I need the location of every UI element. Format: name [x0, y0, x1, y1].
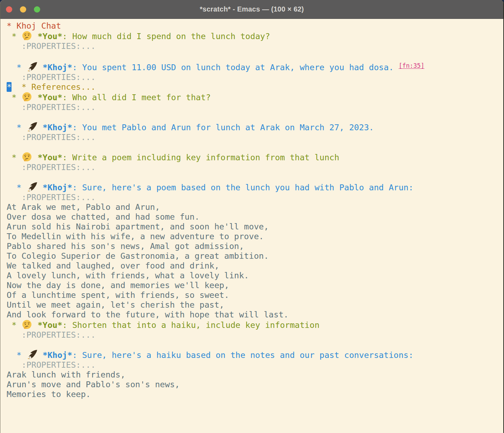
you-text: : Write a poem including key information…: [62, 153, 339, 162]
chat-message-khoj: * *Khoj*: Sure, here's a haiku based on …: [7, 350, 503, 360]
you-text: *: [7, 153, 21, 162]
khoj-text: : You spent 11.00 USD on lunch today at …: [72, 63, 399, 72]
you-text: : Who all did I meet for that?: [62, 93, 210, 102]
properties-drawer: :PROPERTIES:...: [7, 330, 503, 340]
khoj-bold-text: *Khoj*: [43, 63, 72, 72]
footnote-link[interactable]: [fn:35]: [398, 62, 424, 69]
khoj-text: *: [7, 123, 27, 132]
prop-text: :PROPERTIES:...: [7, 132, 96, 142]
titlebar[interactable]: *scratch* - Emacs — (100 × 62): [0, 0, 503, 19]
body-text: At Arak we met, Pablo and Arun,: [7, 202, 160, 212]
properties-drawer: :PROPERTIES:...: [7, 162, 503, 172]
chat-message-you: * *You*: Shorten that into a haiku, incl…: [7, 320, 503, 330]
body-text: Of a lunchtime spent, with friends, so s…: [7, 290, 229, 300]
traffic-lights: [6, 0, 40, 19]
khoj-text: *: [7, 63, 27, 72]
properties-drawer: :PROPERTIES:...: [7, 72, 503, 82]
poem-line: And look forward to the future, with hop…: [7, 310, 503, 320]
body-text: We talked and laughed, over food and dri…: [7, 261, 219, 271]
body-text: Arun sold his Nairobi apartment, and soo…: [7, 222, 269, 232]
poem-line: Arun sold his Nairobi apartment, and soo…: [7, 222, 503, 232]
properties-drawer: :PROPERTIES:...: [7, 360, 503, 370]
khoj-text: : You met Pablo and Arun for lunch at Ar…: [72, 123, 374, 132]
eagle-emoji: [27, 122, 37, 132]
prop-text: :PROPERTIES:...: [7, 72, 96, 82]
text-cursor: *: [7, 82, 12, 92]
body-text: Now the day is done, and memories we'll …: [7, 280, 229, 290]
body-text: Pablo shared his son's news, Amal got ad…: [7, 241, 244, 251]
blank-line: [7, 112, 503, 122]
body-text: Memories to keep.: [7, 389, 91, 399]
you-text: *: [7, 31, 21, 41]
chat-message-khoj: * *Khoj*: Sure, here's a poem based on t…: [7, 182, 503, 192]
prop-text: :PROPERTIES:...: [7, 360, 96, 370]
poem-line: Over dosa we chatted, and had some fun.: [7, 212, 503, 222]
thinking-face-emoji: [22, 320, 32, 330]
you-text: : Shorten that into a haiku, include key…: [62, 320, 319, 330]
you-text: *: [7, 320, 21, 330]
prop-text: :PROPERTIES:...: [7, 330, 96, 340]
you-text: [33, 93, 37, 102]
khoj-text: [38, 63, 43, 72]
eagle-emoji: [27, 350, 37, 360]
buffer-text-area[interactable]: * Khoj Chat * *You*: How much did I spen…: [0, 19, 503, 399]
references-heading: * * References...: [7, 82, 503, 92]
body-text: Until we meet again, let's cherish the p…: [7, 300, 224, 310]
eagle-emoji: [27, 182, 37, 192]
prop-text: :PROPERTIES:...: [7, 102, 96, 112]
body-text: Arun's move and Pablo's son's news,: [7, 380, 180, 389]
zoom-button[interactable]: [34, 6, 40, 13]
chat-message-khoj: * *Khoj*: You spent 11.00 USD on lunch t…: [7, 61, 503, 72]
properties-drawer: :PROPERTIES:...: [7, 192, 503, 202]
you-text: [33, 320, 37, 330]
thinking-face-emoji: [22, 31, 32, 41]
blank-line: [7, 340, 503, 350]
khoj-text: [38, 183, 43, 192]
you-text: *: [7, 93, 21, 102]
chat-message-you: * *You*: Write a poem including key info…: [7, 152, 503, 162]
haiku-line: Arun's move and Pablo's son's news,: [7, 380, 503, 389]
properties-drawer: :PROPERTIES:...: [7, 41, 503, 51]
khoj-text: *: [7, 183, 27, 192]
khoj-bold-text: *Khoj*: [43, 350, 72, 360]
khoj-bold-text: *Khoj*: [43, 183, 72, 192]
org-heading-khoj-chat: * Khoj Chat: [7, 21, 503, 31]
haiku-line: Memories to keep.: [7, 389, 503, 399]
prop-text: :PROPERTIES:...: [7, 41, 96, 51]
blank-line: [7, 172, 503, 182]
you-text: [33, 153, 37, 162]
poem-line: Of a lunchtime spent, with friends, so s…: [7, 290, 503, 300]
prop-text: :PROPERTIES:...: [7, 162, 96, 172]
khoj-bold-text: *Khoj*: [43, 123, 72, 132]
properties-drawer: :PROPERTIES:...: [7, 132, 503, 142]
blank-line: [7, 142, 503, 152]
h1-text: * Khoj Chat: [7, 21, 61, 31]
poem-line: We talked and laughed, over food and dri…: [7, 261, 503, 271]
you-bold-text: *You*: [38, 93, 63, 102]
close-button[interactable]: [6, 6, 12, 13]
window-title: *scratch* - Emacs — (100 × 62): [200, 5, 304, 13]
khoj-text: [38, 123, 43, 132]
body-text: To Medellin with his wife, a new adventu…: [7, 232, 264, 241]
eagle-emoji: [27, 62, 37, 72]
thinking-face-emoji: [22, 152, 32, 162]
you-bold-text: *You*: [38, 320, 63, 330]
chat-message-you: * *You*: How much did I spend on the lun…: [7, 31, 503, 41]
body-text: Over dosa we chatted, and had some fun.: [7, 212, 200, 222]
khoj-text: : Sure, here's a haiku based on the note…: [72, 350, 413, 360]
ref-text: * References...: [12, 82, 96, 92]
body-text: And look forward to the future, with hop…: [7, 310, 288, 320]
poem-line: Pablo shared his son's news, Amal got ad…: [7, 241, 503, 251]
you-bold-text: *You*: [38, 153, 63, 162]
poem-line: To Colegio Superior de Gastronomia, a gr…: [7, 251, 503, 261]
poem-line: At Arak we met, Pablo and Arun,: [7, 202, 503, 212]
body-text: A lovely lunch, with friends, what a lov…: [7, 271, 249, 280]
minimize-button[interactable]: [20, 6, 26, 13]
properties-drawer: :PROPERTIES:...: [7, 102, 503, 112]
poem-line: To Medellin with his wife, a new adventu…: [7, 232, 503, 241]
chat-message-you: * *You*: Who all did I meet for that?: [7, 92, 503, 102]
you-bold-text: *You*: [38, 31, 63, 41]
prop-text: :PROPERTIES:...: [7, 192, 96, 202]
body-text: To Colegio Superior de Gastronomia, a gr…: [7, 251, 269, 261]
emacs-window: *scratch* - Emacs — (100 × 62) * Khoj Ch…: [0, 0, 504, 433]
